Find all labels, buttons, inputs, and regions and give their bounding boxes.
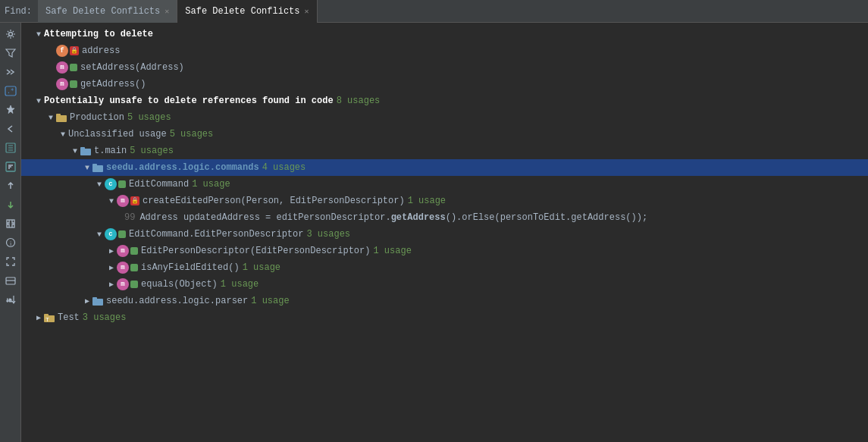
field-icon: f [56, 45, 68, 57]
regex-button[interactable]: .* [2, 83, 19, 99]
iaf-m-icon: m [117, 262, 129, 274]
create-edited-label: createEditedPerson(Person, EditPersonDes… [143, 196, 405, 206]
tab-2[interactable]: Safe Delete Conflicts ✕ [177, 0, 317, 23]
unclassified-label: Unclassified usage [68, 129, 167, 139]
method-m-icon: m [56, 61, 68, 74]
edit-person-desc-row[interactable]: ▶ m EditPersonDescriptor(EditPersonDescr… [21, 243, 868, 259]
epd-m-icon: m [117, 245, 129, 257]
attempting-to-delete-label: Attempting to delete [44, 29, 153, 39]
filter-button[interactable] [2, 45, 19, 61]
test-usages: 3 usages [83, 312, 127, 323]
test-row[interactable]: ▶ T Test 3 usages [21, 309, 868, 326]
unclass-usages: 5 usages [170, 129, 214, 139]
edit-desc-icon: c [105, 228, 117, 240]
tab-1[interactable]: Safe Delete Conflicts ✕ [38, 0, 177, 23]
sort-button[interactable] [2, 158, 19, 175]
eq-m-icon: m [117, 278, 129, 290]
address-row[interactable]: f 🔒 address [21, 42, 868, 59]
green-badge [70, 64, 77, 71]
tmain-row[interactable]: ▼ t.main 5 usages [21, 143, 868, 159]
up-button[interactable] [2, 177, 19, 194]
list-view-button[interactable] [2, 139, 19, 156]
sort-alpha-button[interactable]: ↓a [2, 291, 19, 308]
set-address-row[interactable]: m setAddress(Address) [21, 59, 868, 76]
create-usages: 1 usage [408, 196, 446, 206]
unclassified-row[interactable]: ▼ Unclassified usage 5 usages [21, 126, 868, 143]
equals-row[interactable]: ▶ m equals(Object) 1 usage [21, 276, 868, 293]
green-badge4 [118, 230, 126, 238]
folder-commands-icon [92, 163, 103, 172]
tab-2-label: Safe Delete Conflicts [185, 6, 299, 17]
pin-button[interactable] [2, 102, 19, 118]
svg-rect-15 [56, 114, 61, 117]
green-badge7 [130, 281, 138, 288]
tab-bar: Find: Safe Delete Conflicts ✕ Safe Delet… [0, 0, 868, 23]
seedu-commands-row[interactable]: ▼ seedu.address.logic.commands 4 usages [21, 159, 868, 176]
edit-command-label: EditCommand [129, 179, 189, 190]
seedu-parser-row[interactable]: ▶ seedu.address.logic.parser 1 usage [21, 293, 868, 309]
create-edited-row[interactable]: ▼ m 🔒 createEditedPerson(Person, EditPer… [21, 193, 868, 209]
tree-area[interactable]: ▼ Attempting to delete f 🔒 address m set… [21, 23, 868, 442]
main-layout: .* [0, 23, 868, 442]
prod-usages: 5 usages [127, 112, 171, 123]
lock-badge: 🔒 [70, 46, 79, 55]
edit-descriptor-row[interactable]: ▼ c EditCommand.EditPersonDescriptor 3 u… [21, 226, 868, 243]
tab-1-close[interactable]: ✕ [165, 7, 169, 16]
tmain-label: t.main [94, 146, 127, 156]
iaf-usages: 1 usage [243, 262, 280, 273]
edit-command-icon: c [105, 178, 117, 190]
is-any-field-label: isAnyFieldEdited() [141, 262, 240, 273]
gear-button[interactable] [2, 26, 19, 42]
seedu-usages: 4 usages [262, 162, 306, 173]
create-m-icon: m [117, 195, 129, 207]
attempting-to-delete-row[interactable]: ▼ Attempting to delete [21, 26, 868, 42]
production-arrow[interactable]: ▼ [45, 114, 56, 122]
unsafe-label: Potentially unsafe to delete references … [44, 96, 334, 106]
code-rest-text: ().orElse(personToEdit.getAddress()); [446, 212, 647, 223]
svg-text:.*: .* [7, 88, 14, 95]
folder-production-icon [56, 113, 67, 122]
folder-tmain-icon [80, 146, 91, 155]
method-m2-icon: m [56, 78, 68, 90]
test-label: Test [58, 312, 80, 323]
svg-rect-8 [7, 220, 14, 227]
edit-desc-usages: 3 usages [306, 229, 350, 240]
green-badge2 [70, 80, 77, 88]
is-any-field-row[interactable]: ▶ m isAnyFieldEdited() 1 usage [21, 259, 868, 276]
get-address-row[interactable]: m getAddress() [21, 76, 868, 92]
fullscreen-button[interactable] [2, 253, 19, 270]
info-button[interactable]: i [2, 234, 19, 251]
edit-person-desc-label: EditPersonDescriptor(EditPersonDescripto… [141, 246, 370, 256]
down-button[interactable] [2, 196, 19, 213]
production-row[interactable]: ▼ Production 5 usages [21, 109, 868, 126]
tmain-usages: 5 usages [130, 146, 174, 156]
double-right-button[interactable] [2, 64, 19, 80]
edit-descriptor-label: EditCommand.EditPersonDescriptor [129, 229, 303, 240]
address-label: address [82, 45, 120, 56]
collapse-arrow[interactable]: ▼ [33, 30, 44, 39]
green-badge3 [118, 180, 126, 188]
seedu-parser-label: seedu.address.logic.parser [106, 296, 248, 306]
back-button[interactable] [2, 121, 19, 137]
green-badge5 [130, 247, 138, 255]
svg-point-0 [8, 33, 12, 36]
panel-button[interactable] [2, 272, 19, 289]
tab-2-close[interactable]: ✕ [305, 7, 309, 16]
code-line-text: Address updatedAddress = editPersonDescr… [139, 212, 390, 223]
unsafe-arrow[interactable]: ▼ [33, 97, 44, 105]
production-label: Production [70, 112, 124, 123]
usages-8: 8 usages [337, 96, 381, 106]
set-address-label: setAddress(Address) [80, 62, 184, 73]
get-address-label: getAddress() [80, 79, 146, 89]
svg-rect-17 [80, 147, 85, 150]
tab-1-label: Safe Delete Conflicts [45, 6, 160, 17]
edit-usages: 1 usage [192, 179, 230, 190]
unsafe-row[interactable]: ▼ Potentially unsafe to delete reference… [21, 92, 868, 109]
line-number: 99 [124, 212, 135, 223]
edit-command-row[interactable]: ▼ c EditCommand 1 usage [21, 176, 868, 193]
code-bold-text: getAddress [391, 212, 446, 223]
expand-button[interactable] [2, 215, 19, 232]
code-line-row: 99 Address updatedAddress = editPersonDe… [21, 209, 868, 226]
folder-parser-icon [92, 296, 103, 306]
left-toolbar: .* [0, 23, 21, 442]
